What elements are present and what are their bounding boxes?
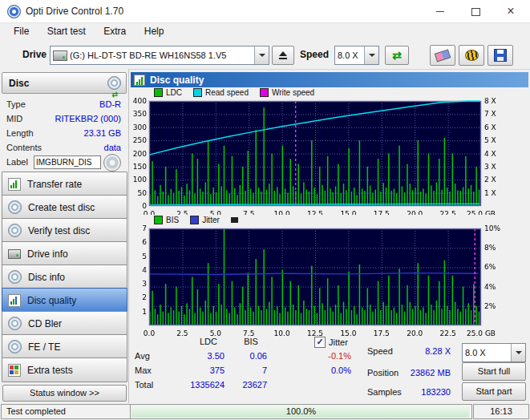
menu-bar: File Start test Extra Help [0,23,530,40]
maximize-button[interactable] [458,0,493,22]
speed-select-value: 8.0 X [335,50,364,60]
sidebar-item-drive-info[interactable]: Drive info [2,241,127,266]
bis-swatch [154,216,163,224]
sidebar-item-label: Drive info [27,248,68,260]
menu-extra[interactable]: Extra [96,23,133,40]
sidebar-item-cd-bler[interactable]: CD Bler [2,311,127,336]
quality-section-title: Disc quality [145,75,204,86]
avg-bis-value: 0.06 [231,351,267,361]
chevron-down-icon [369,54,375,57]
eject-icon [278,51,288,59]
sidebar-item-disc-info[interactable]: Disc info [2,265,127,289]
eraser-icon [435,49,451,62]
erase-disc-button[interactable] [430,45,455,66]
disc-quality-chart-icon [8,294,21,307]
avg-ldc-value: 3.50 [184,351,225,361]
refresh-icon: ⇄ [392,50,402,61]
disc-icon [8,340,22,353]
sidebar-item-label: Disc info [28,272,65,283]
speed-stat-value: 8.28 X [409,346,451,356]
disc-label-stamp-icon[interactable] [103,154,121,172]
write-speed-swatch [260,88,269,97]
save-button[interactable] [488,45,513,66]
legend-bottom-chart: BIS Jitter [154,216,241,224]
speed-stat-label: Speed [367,346,393,356]
max-ldc-value: 375 [184,365,225,375]
drive-select-arrow[interactable] [254,46,269,64]
samples-stat-label: Samples [367,387,402,397]
jitter-checkbox[interactable]: ✓ [314,337,326,348]
minimize-button[interactable] [423,0,458,22]
disc-icon [8,317,22,330]
start-part-button[interactable]: Start part [462,382,526,401]
status-window-button[interactable]: Status window >> [2,385,127,402]
ldc-swatch [154,88,163,97]
position-stat-value: 23862 MB [401,368,451,378]
eject-button[interactable] [272,46,294,65]
label-row: Label [0,155,128,173]
speed-select-arrow[interactable] [364,46,378,64]
progress-percent: 100.0% [131,405,471,418]
sidebar-item-label: Create test disc [28,202,95,213]
info-label: Length [6,128,34,138]
status-bar: Test completed 100.0% 16:13 [0,403,530,420]
legend-label: LDC [166,88,182,97]
menu-start-test[interactable]: Start test [40,23,93,40]
max-row-label: Max [135,365,152,375]
disc-label-input[interactable] [34,155,101,169]
menu-file[interactable]: File [6,23,36,40]
info-row-type: Type BD-R [0,98,128,112]
sidebar-item-create-test-disc[interactable]: Create test disc [2,195,127,220]
speed-label: Speed [300,49,329,60]
legend-label: BIS [166,216,179,224]
app-window: Opti Drive Control 1.70 × File Start tes… [0,0,530,420]
sidebar-item-verify-test-disc[interactable]: Verify test disc [2,218,127,243]
sidebar-item-disc-quality[interactable]: Disc quality [2,288,127,313]
info-row-mid: MID RITEKBR2 (000) [0,112,128,127]
sidebar-item-transfer-rate[interactable]: Transfer rate [2,172,127,196]
menu-help[interactable]: Help [137,23,172,40]
drive-icon [53,50,67,61]
disc-icon [8,200,22,214]
disc-icon [8,224,22,237]
jitter-swatch [190,216,199,224]
sidebar-item-label: Extra tests [27,365,73,376]
info-value: data [104,143,121,152]
chevron-down-icon [516,351,522,354]
disc-quality-icon [134,75,145,86]
info-label: Contents [6,143,42,152]
refresh-speeds-button[interactable]: ⇄ [385,46,409,65]
sidebar-item-label: Disc quality [27,295,76,306]
sidebar-item-label: Transfer rate [27,179,82,190]
disc-panel-header[interactable]: Disc ⇄ [2,72,127,94]
bis-column-header: BIS [235,337,267,346]
disc-icon [8,270,22,284]
toolbar: Drive (G:) HL-DT-ST BD-RE WH16NS58 1.V5 … [0,40,530,70]
scan-speed-value: 8.0 X [463,348,511,357]
read-speed-swatch [193,88,202,97]
minimize-icon [436,11,444,12]
info-value: 23.31 GB [84,128,121,138]
transfer-rate-chart-icon [8,178,21,191]
start-full-button[interactable]: Start full [462,362,526,381]
legend-label: Jitter [202,216,220,224]
speed-select[interactable]: 8.0 X [334,46,379,65]
avg-row-label: Avg [135,351,150,361]
info-label: MID [6,114,22,123]
jitter-delta-value: -0.1% [319,351,351,361]
bee-tool-button[interactable] [459,45,484,66]
bis-jitter-chart-canvas [128,225,529,336]
sidebar-item-fe-te[interactable]: FE / TE [2,334,127,359]
drive-select[interactable]: (G:) HL-DT-ST BD-RE WH16NS58 1.V5 [50,46,269,65]
scan-speed-arrow[interactable] [511,344,525,361]
total-row-label: Total [135,380,153,390]
marker-swatch [231,217,238,223]
close-button[interactable]: × [493,0,528,22]
sidebar-item-extra-tests[interactable]: Extra tests [2,357,127,382]
info-label: Type [6,99,26,109]
max-bis-value: 7 [231,365,267,375]
total-bis-value: 23627 [231,380,267,390]
scan-speed-select[interactable]: 8.0 X [462,343,526,362]
elapsed-time: 16:13 [473,404,529,419]
quality-chart-canvas [128,98,529,215]
